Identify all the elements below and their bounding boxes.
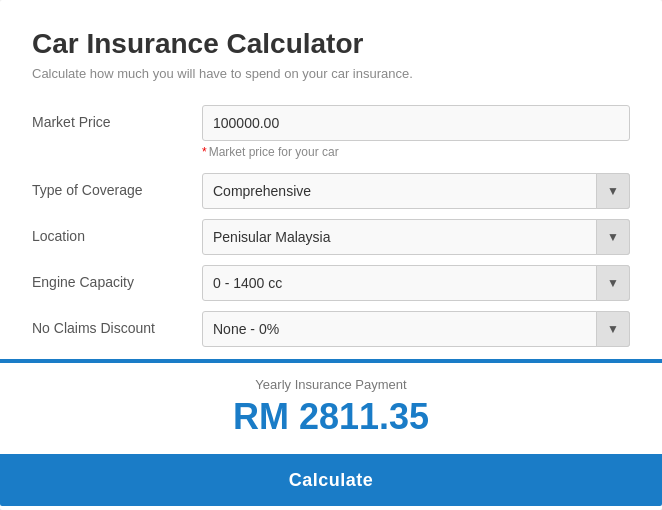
location-row: Location Penisular Malaysia Sabah Sarawa… <box>32 219 630 255</box>
calculator-card: Car Insurance Calculator Calculate how m… <box>0 0 662 510</box>
coverage-select[interactable]: Comprehensive Third Party Fire & Theft T… <box>202 173 630 209</box>
location-label: Location <box>32 219 202 244</box>
result-amount: RM 2811.35 <box>32 396 630 438</box>
result-label: Yearly Insurance Payment <box>32 377 630 392</box>
required-star: * <box>202 145 207 159</box>
market-price-row: Market Price *Market price for your car <box>32 105 630 165</box>
location-select[interactable]: Penisular Malaysia Sabah Sarawak <box>202 219 630 255</box>
engine-row: Engine Capacity 0 - 1400 cc 1401 - 1650 … <box>32 265 630 301</box>
discount-wrap: None - 0% 1 year - 25% 2 years - 30% 3 y… <box>202 311 630 347</box>
page-subtitle: Calculate how much you will have to spen… <box>32 66 630 81</box>
market-price-input[interactable] <box>202 105 630 141</box>
page-title: Car Insurance Calculator <box>32 28 630 60</box>
market-price-label: Market Price <box>32 105 202 130</box>
coverage-select-wrap: Comprehensive Third Party Fire & Theft T… <box>202 173 630 209</box>
location-wrap: Penisular Malaysia Sabah Sarawak ▼ <box>202 219 630 255</box>
coverage-label: Type of Coverage <box>32 173 202 198</box>
discount-select[interactable]: None - 0% 1 year - 25% 2 years - 30% 3 y… <box>202 311 630 347</box>
calculate-button[interactable]: Calculate <box>0 454 662 506</box>
coverage-row: Type of Coverage Comprehensive Third Par… <box>32 173 630 209</box>
result-section: Yearly Insurance Payment RM 2811.35 <box>32 363 630 454</box>
engine-select[interactable]: 0 - 1400 cc 1401 - 1650 cc 1651 - 2200 c… <box>202 265 630 301</box>
coverage-wrap: Comprehensive Third Party Fire & Theft T… <box>202 173 630 209</box>
location-select-wrap: Penisular Malaysia Sabah Sarawak ▼ <box>202 219 630 255</box>
engine-select-wrap: 0 - 1400 cc 1401 - 1650 cc 1651 - 2200 c… <box>202 265 630 301</box>
discount-label: No Claims Discount <box>32 311 202 336</box>
engine-label: Engine Capacity <box>32 265 202 290</box>
discount-select-wrap: None - 0% 1 year - 25% 2 years - 30% 3 y… <box>202 311 630 347</box>
discount-row: No Claims Discount None - 0% 1 year - 25… <box>32 311 630 347</box>
engine-wrap: 0 - 1400 cc 1401 - 1650 cc 1651 - 2200 c… <box>202 265 630 301</box>
market-price-hint: *Market price for your car <box>202 145 630 159</box>
market-price-wrap: *Market price for your car <box>202 105 630 165</box>
